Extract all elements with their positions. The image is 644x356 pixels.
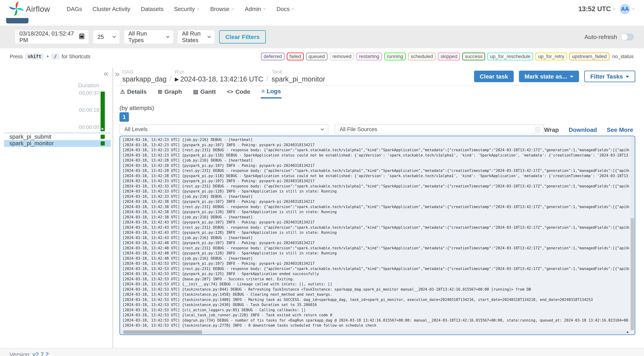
task-name: spark_pi_monitor	[4, 140, 54, 147]
log-line: [2024-03-18, 13:42:53 UTC] {pyspark_pi.p…	[122, 271, 629, 277]
vertical-scrollbar[interactable]	[630, 137, 634, 330]
airflow-logo-icon	[9, 2, 24, 17]
horizontal-scrollbar[interactable]	[120, 330, 630, 334]
breadcrumb-dag[interactable]: DAG sparkapp_dag	[122, 69, 167, 83]
expand-panel-button[interactable]: »	[115, 69, 120, 79]
clear-task-button[interactable]: Clear task	[474, 71, 514, 82]
state-badge-up-for-reschedule[interactable]: up_for_reschedule	[487, 53, 533, 60]
filter-tasks-button[interactable]: Filter Tasks	[584, 71, 635, 82]
state-badge-upstream-failed[interactable]: upstream_failed	[569, 53, 609, 60]
state-badge-queued[interactable]: queued	[306, 53, 328, 60]
caret-down-icon	[626, 76, 629, 78]
page-size-select[interactable]: 25	[93, 30, 120, 44]
task-label: Task	[272, 69, 325, 75]
log-line: [2024-03-18, 13:42:38 UTC] {pyspark_pi.p…	[122, 210, 629, 215]
header-divider	[114, 85, 635, 86]
tab-label: Details	[127, 88, 147, 95]
clear-filters-button[interactable]: Clear Filters	[219, 30, 266, 44]
airflow-brand[interactable]: Airflow	[9, 2, 50, 17]
state-badge-scheduled[interactable]: scheduled	[408, 53, 436, 60]
log-line: [2024-03-18, 13:42:33 UTC] {pyspark_pi.p…	[122, 189, 629, 194]
caret-down-icon	[263, 9, 266, 10]
log-line: [2024-03-18, 13:42:38 UTC] {job.py:216} …	[122, 215, 629, 220]
task-row-spark-pi-submit[interactable]: spark_pi_submit	[4, 134, 111, 140]
run-states-select[interactable]: All Run States	[178, 30, 214, 44]
log-line: [2024-03-18, 13:42:38 UTC] {pyspark_pi.p…	[122, 199, 629, 204]
clock-menu[interactable]: 13:52 UTC	[578, 5, 616, 13]
state-badge-failed[interactable]: failed	[287, 53, 304, 60]
caret-down-icon	[612, 9, 616, 10]
version-label: Version:	[10, 351, 31, 356]
breadcrumb: DAG sparkapp_dag / Run ▶ 2024-03-18, 13:…	[122, 69, 325, 83]
brand-name: Airflow	[26, 5, 50, 14]
nav-item-browse[interactable]: Browse	[210, 6, 234, 13]
state-badge-restarting[interactable]: restarting	[356, 53, 382, 60]
legend-row: Press shift + / for Shortcuts deferredfa…	[0, 51, 644, 62]
tab-logs[interactable]: ≡Logs	[261, 88, 282, 98]
nav-item-dags[interactable]: DAGs	[67, 6, 82, 13]
log-line: [2024-03-18, 13:42:53 UTC] {taskinstance…	[122, 323, 629, 328]
nav-item-label: Datasets	[141, 6, 164, 13]
state-badge-removed[interactable]: removed	[330, 53, 354, 60]
state-badge-no-status[interactable]: no_status	[612, 53, 634, 60]
vertical-scrollbar-thumb[interactable]	[630, 218, 634, 330]
run-types-select[interactable]: All Run Types	[124, 30, 173, 44]
version-link[interactable]: v2.7.2	[32, 351, 49, 356]
breadcrumb-run[interactable]: Run ▶ 2024-03-18, 13:42:16 UTC	[175, 69, 264, 83]
log-line: [2024-03-18, 13:42:33 UTC] {rest.py:231}…	[122, 184, 629, 189]
avatar: AA	[620, 4, 630, 14]
dag-run-duration-bar[interactable]: ▶	[100, 92, 105, 131]
breadcrumb-separator: /	[170, 75, 172, 83]
run-value: ▶ 2024-03-18, 13:42:16 UTC	[175, 75, 264, 83]
see-more-link[interactable]: See More	[607, 126, 633, 133]
wrap-checkbox[interactable]	[535, 127, 540, 132]
base-date-input[interactable]: 03/18/2024, 01:52:47 PM	[15, 30, 88, 44]
nav-item-admin[interactable]: Admin	[245, 6, 266, 13]
nav-item-docs[interactable]: Docs	[276, 6, 294, 13]
shortcuts-suffix: for Shortcuts	[62, 54, 90, 59]
log-line: [2024-03-18, 13:42:53 UTC] {pyspark_pi.p…	[122, 261, 629, 266]
grid-button-partial[interactable]	[6, 18, 28, 24]
task-row-spark-pi-monitor[interactable]: spark_pi_monitor	[4, 140, 111, 147]
log-line: [2024-03-18, 13:42:28 UTC] {pyspark_pi.p…	[122, 173, 629, 179]
main-panel: » DAG sparkapp_dag / Run ▶ 2024-03-18, 1…	[114, 68, 635, 341]
panel-resize-handle[interactable]	[112, 68, 113, 348]
log-line: [2024-03-18, 13:42:53 UTC] {cli_action_l…	[122, 308, 629, 313]
nav-right: 13:52 UTC AA	[578, 4, 635, 14]
tab-graph[interactable]: ⊞Graph	[157, 88, 182, 98]
log-level-select[interactable]: All Levels	[120, 124, 328, 134]
log-line: [2024-03-18, 13:42:53 UTC] {taskinstance…	[122, 297, 629, 302]
task-name: spark_pi_submit	[4, 133, 51, 140]
gantt-icon: ▤	[193, 88, 198, 95]
file-source-select[interactable]: All File Sources	[335, 124, 544, 134]
tab-details[interactable]: ⚠Details	[120, 88, 147, 98]
tab-gantt[interactable]: ▤Gantt	[192, 88, 216, 98]
state-badge-skipped[interactable]: skipped	[438, 53, 460, 60]
auto-refresh-toggle[interactable]	[621, 33, 634, 40]
horizontal-scrollbar-thumb[interactable]	[123, 330, 202, 334]
shift-key: shift	[25, 53, 44, 60]
collapse-sidebar-button[interactable]: «	[104, 69, 108, 78]
download-link[interactable]: Download	[568, 126, 597, 133]
state-badge-success[interactable]: success	[462, 53, 485, 60]
nav-item-cluster-activity[interactable]: Cluster Activity	[92, 6, 130, 13]
chevron-down-icon	[321, 127, 324, 130]
logs-icon: ≡	[262, 88, 264, 94]
log-panel: [2024-03-18, 13:42:23 UTC] {job.py:216} …	[120, 136, 635, 335]
state-badge-running[interactable]: running	[384, 53, 406, 60]
log-line: [2024-03-18, 13:42:23 UTC] {job.py:216} …	[122, 137, 629, 142]
mark-state-button[interactable]: Mark state as...	[519, 71, 579, 82]
nav-item-datasets[interactable]: Datasets	[141, 6, 164, 13]
attempt-1-button[interactable]: 1	[120, 112, 129, 122]
tab-code[interactable]: <>Code	[226, 88, 251, 98]
user-menu[interactable]: AA	[620, 4, 635, 14]
state-badge-deferred[interactable]: deferred	[261, 53, 284, 60]
breadcrumb-task[interactable]: Task spark_pi_monitor	[272, 69, 325, 83]
nav-item-security[interactable]: Security	[174, 6, 200, 13]
utc-clock: 13:52 UTC	[578, 5, 611, 13]
log-line: [2024-03-18, 13:42:53 UTC] {dagrun.py:73…	[122, 318, 629, 323]
log-line: [2024-03-18, 13:42:53 UTC] {taskinstance…	[122, 302, 629, 308]
log-line: [2024-03-18, 13:42:48 UTC] {pyspark_pi.p…	[122, 240, 629, 246]
state-badge-up-for-retry[interactable]: up_for_retry	[535, 53, 567, 60]
chevron-down-icon	[166, 35, 169, 38]
